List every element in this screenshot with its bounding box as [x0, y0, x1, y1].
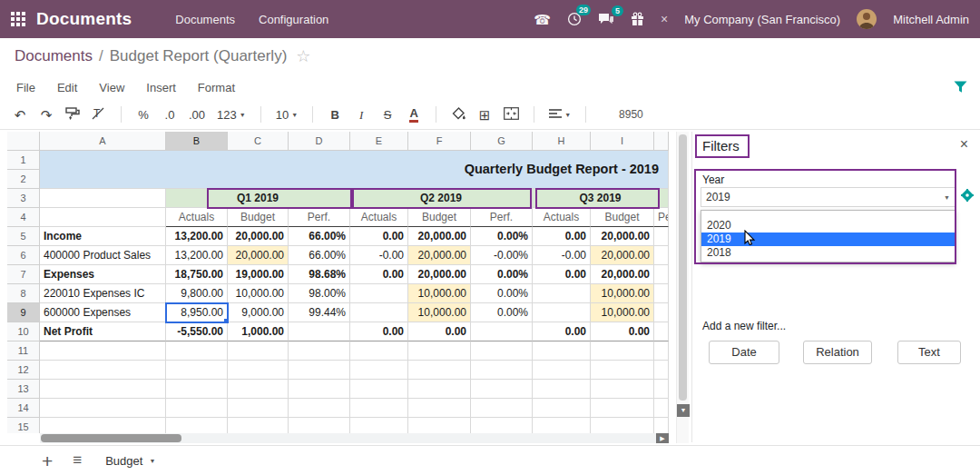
cell-I13[interactable] [591, 380, 654, 399]
cell-B6[interactable]: 13,200.00 [166, 246, 228, 265]
col-header-I[interactable]: I [591, 132, 654, 151]
vertical-scrollbar[interactable]: ▼ [676, 132, 689, 443]
cell-A10[interactable]: Net Profit [40, 322, 166, 341]
redo-icon[interactable]: ↷ [39, 108, 54, 122]
cell-D13[interactable] [289, 380, 350, 399]
row-header-3[interactable]: 3 [7, 189, 40, 208]
row-header-12[interactable]: 12 [7, 361, 40, 380]
row-header-15[interactable]: 15 [7, 418, 40, 433]
cell-J13[interactable] [654, 380, 669, 399]
cell-A11[interactable] [40, 341, 166, 361]
cell-A8[interactable]: 220010 Expenses IC [40, 284, 166, 303]
menu-view[interactable]: View [99, 81, 124, 94]
cell-B9[interactable]: 8,950.00 [166, 303, 228, 322]
cell-J5[interactable] [654, 227, 669, 246]
app-title[interactable]: Documents [36, 9, 132, 29]
cell-G9[interactable]: 0.00% [471, 303, 533, 322]
menu-insert[interactable]: Insert [146, 81, 176, 94]
close-icon[interactable]: × [661, 12, 668, 26]
row-header-8[interactable]: 8 [7, 284, 40, 303]
year-option-2018[interactable]: 2018 [701, 246, 955, 260]
cell-B11[interactable] [166, 341, 228, 361]
cell-E10[interactable]: 0.00 [350, 322, 408, 341]
col-header-D[interactable]: D [289, 132, 350, 151]
cell-G11[interactable] [471, 341, 533, 361]
cell-H5[interactable]: 0.00 [533, 227, 591, 246]
cell-D7[interactable]: 98.68% [289, 265, 350, 284]
text-color-button[interactable]: A [407, 107, 421, 123]
cell-D10[interactable] [289, 322, 350, 341]
cell-A13[interactable] [40, 380, 166, 399]
cell-E8[interactable] [350, 284, 408, 303]
grid-corner[interactable] [7, 132, 40, 151]
format-percent-button[interactable]: % [136, 109, 151, 121]
cell-D5[interactable]: 66.00% [289, 227, 350, 246]
cell-G6[interactable]: -0.00% [471, 246, 533, 265]
subheader-2[interactable]: Budget [228, 208, 289, 227]
gift-icon[interactable] [631, 12, 644, 26]
cell-D14[interactable] [289, 399, 350, 418]
sheet-list-icon[interactable]: ≡ [73, 451, 82, 470]
cell-G14[interactable] [471, 399, 533, 418]
cell-I6[interactable]: 20,000.00 [591, 246, 654, 265]
subheader-8[interactable]: Budget [591, 208, 654, 227]
cell-A4[interactable] [40, 208, 166, 227]
italic-button[interactable]: I [354, 109, 368, 121]
cell-B8[interactable]: 9,800.00 [166, 284, 228, 303]
cell-D6[interactable]: 66.00% [289, 246, 350, 265]
cell-A14[interactable] [40, 399, 166, 418]
subheader-3[interactable]: Perf. [289, 208, 350, 227]
cell-C6[interactable]: 20,000.00 [228, 246, 289, 265]
cell-H7[interactable]: 0.00 [533, 265, 591, 284]
col-header-F[interactable]: F [408, 132, 471, 151]
cell-G7[interactable]: 0.00% [471, 265, 533, 284]
apps-grid-icon[interactable] [11, 12, 25, 26]
cell-G5[interactable]: 0.00% [471, 227, 533, 246]
col-header-A[interactable]: A [40, 132, 166, 151]
cell-A12[interactable] [40, 361, 166, 380]
cell-H8[interactable] [533, 284, 591, 303]
cell-J7[interactable] [654, 265, 669, 284]
cell-I9[interactable]: 10,000.00 [591, 303, 654, 322]
menu-configuration[interactable]: Configuration [259, 13, 328, 26]
cell-I12[interactable] [591, 361, 654, 380]
quarter-q3-header[interactable]: Q3 2019 [533, 189, 669, 208]
sheet-tab-budget[interactable]: Budget ▼ [105, 454, 155, 468]
horizontal-scrollbar[interactable]: ▶ [40, 433, 669, 443]
menu-file[interactable]: File [16, 81, 35, 94]
cell-G10[interactable] [471, 322, 533, 341]
cell-I15[interactable] [591, 418, 654, 433]
cell-B7[interactable]: 18,750.00 [166, 265, 228, 284]
cell-H12[interactable] [533, 361, 591, 380]
subheader-1[interactable]: Actuals [166, 208, 228, 227]
horizontal-scrollbar-thumb[interactable] [41, 434, 181, 442]
cell-C5[interactable]: 20,000.00 [228, 227, 289, 246]
borders-icon[interactable]: ⊞ [477, 108, 492, 122]
col-header-C[interactable]: C [228, 132, 289, 151]
cell-A15[interactable] [40, 418, 166, 433]
cell-E5[interactable]: 0.00 [350, 227, 408, 246]
increase-decimal-button[interactable]: .00 [189, 109, 205, 121]
col-header-H[interactable]: H [533, 132, 591, 151]
cell-A6[interactable]: 400000 Product Sales [40, 246, 166, 265]
vertical-scrollbar-thumb[interactable] [679, 134, 687, 401]
row-header-13[interactable]: 13 [7, 380, 40, 399]
add-sheet-icon[interactable]: + [42, 451, 53, 470]
cell-content-preview[interactable]: 8950 [619, 108, 643, 121]
cell-H9[interactable] [533, 303, 591, 322]
row-header-2[interactable]: 2 [7, 170, 40, 189]
cell-J8[interactable] [654, 284, 669, 303]
cell-I8[interactable]: 10,000.00 [591, 284, 654, 303]
filter-funnel-icon[interactable] [954, 81, 967, 96]
filter-type-date-button[interactable]: Date [709, 341, 779, 364]
cell-F13[interactable] [408, 380, 471, 399]
cell-D12[interactable] [289, 361, 350, 380]
clear-format-icon[interactable]: T [92, 107, 106, 122]
cell-J14[interactable] [654, 399, 669, 418]
user-avatar[interactable] [857, 9, 877, 29]
merge-cells-icon[interactable] [504, 107, 519, 122]
cell-H11[interactable] [533, 341, 591, 361]
user-menu[interactable]: Mitchell Admin [893, 13, 969, 26]
cell-H6[interactable]: -0.00 [533, 246, 591, 265]
year-filter-select[interactable]: 2019 ▼ [701, 187, 956, 207]
